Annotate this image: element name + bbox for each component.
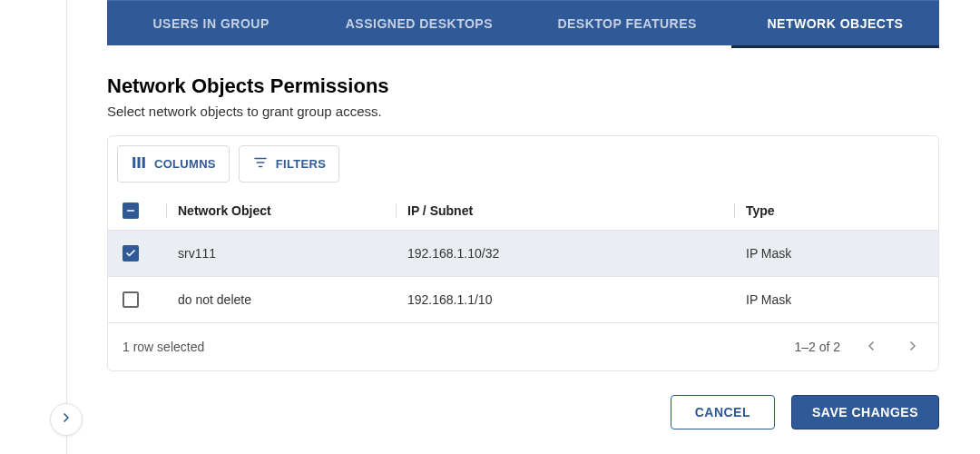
tab-bar: USERS IN GROUP ASSIGNED DESKTOPS DESKTOP… [107, 0, 939, 45]
table-row[interactable]: srv111 192.168.1.10/32 IP Mask [108, 231, 938, 277]
filter-icon [252, 154, 269, 173]
pagination: 1–2 of 2 [794, 336, 924, 358]
column-separator [166, 203, 167, 218]
pagination-range: 1–2 of 2 [794, 340, 840, 354]
cell-type: IP Mask [746, 246, 924, 261]
page-title: Network Objects Permissions [107, 74, 939, 98]
row-checkbox[interactable] [122, 291, 139, 308]
columns-icon [131, 154, 147, 173]
page-subtitle: Select network objects to grant group ac… [107, 104, 939, 119]
chevron-right-icon [59, 410, 74, 429]
table-header-row: Network Object IP / Subnet Type [108, 192, 938, 231]
filters-label: FILTERS [276, 157, 326, 171]
filters-button[interactable]: FILTERS [239, 145, 339, 183]
tab-label: DESKTOP FEATURES [557, 16, 696, 31]
pagination-next-button[interactable] [902, 336, 924, 358]
cell-type: IP Mask [746, 292, 924, 307]
columns-button[interactable]: COLUMNS [117, 145, 230, 183]
table: Network Object IP / Subnet Type srv111 1… [108, 192, 938, 370]
tab-users-in-group[interactable]: USERS IN GROUP [107, 1, 315, 45]
column-header-ip-subnet[interactable]: IP / Subnet [407, 203, 734, 218]
sidebar-expand-button[interactable] [50, 403, 83, 436]
cell-ip-subnet: 192.168.1.10/32 [407, 246, 734, 261]
chevron-right-icon [906, 339, 920, 356]
data-grid: COLUMNS FILTERS Network Object IP / [107, 135, 939, 371]
selected-rows-text: 1 row selected [122, 340, 204, 354]
select-all-checkbox[interactable] [122, 202, 139, 219]
column-header-network-object[interactable]: Network Object [178, 203, 396, 218]
tab-desktop-features[interactable]: DESKTOP FEATURES [524, 1, 731, 45]
tab-label: USERS IN GROUP [152, 16, 269, 31]
tab-label: ASSIGNED DESKTOPS [346, 16, 493, 31]
table-row[interactable]: do not delete 192.168.1.1/10 IP Mask [108, 277, 938, 323]
cell-network-object: do not delete [178, 292, 396, 307]
tab-assigned-desktops[interactable]: ASSIGNED DESKTOPS [315, 1, 523, 45]
columns-label: COLUMNS [154, 157, 216, 171]
cancel-button[interactable]: CANCEL [671, 395, 775, 429]
svg-rect-2 [142, 157, 145, 168]
column-separator [396, 203, 397, 218]
chevron-left-icon [864, 339, 878, 356]
cell-ip-subnet: 192.168.1.1/10 [407, 292, 734, 307]
svg-rect-0 [132, 157, 135, 168]
save-changes-button[interactable]: SAVE CHANGES [791, 395, 939, 429]
form-actions: CANCEL SAVE CHANGES [107, 395, 939, 429]
sidebar-divider [66, 0, 67, 454]
table-footer: 1 row selected 1–2 of 2 [108, 323, 938, 370]
column-header-type[interactable]: Type [746, 203, 924, 218]
pagination-prev-button[interactable] [860, 336, 882, 358]
tab-network-objects[interactable]: NETWORK OBJECTS [731, 1, 939, 45]
grid-toolbar: COLUMNS FILTERS [108, 136, 938, 192]
tab-label: NETWORK OBJECTS [767, 16, 903, 31]
cell-network-object: srv111 [178, 246, 396, 261]
svg-rect-1 [138, 157, 141, 168]
column-separator [734, 203, 735, 218]
row-checkbox[interactable] [122, 245, 139, 262]
